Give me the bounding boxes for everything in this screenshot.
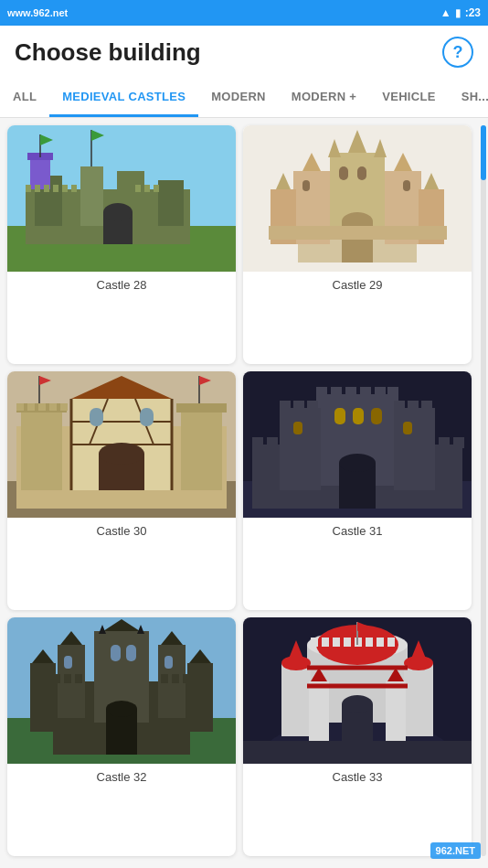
svg-rect-162 [386, 681, 406, 741]
svg-rect-119 [30, 663, 56, 732]
tab-vehicle[interactable]: VEHICLE [369, 79, 448, 117]
svg-rect-44 [403, 180, 410, 191]
svg-rect-103 [334, 408, 345, 424]
site-label: www.962.net [7, 7, 68, 18]
building-card-33[interactable]: Castle 33 [243, 617, 472, 856]
wifi-icon: ▲ [440, 6, 451, 19]
svg-rect-14 [35, 185, 40, 192]
svg-rect-63 [49, 403, 57, 411]
svg-rect-13 [26, 185, 31, 192]
svg-rect-40 [269, 226, 447, 240]
scrollbar-track[interactable] [481, 125, 486, 856]
tab-all[interactable]: ALL [0, 79, 49, 117]
svg-rect-94 [387, 387, 398, 398]
card-image-33 [243, 617, 472, 764]
svg-rect-127 [111, 645, 121, 661]
svg-rect-105 [371, 408, 382, 424]
card-image-32 [7, 617, 236, 764]
svg-rect-58 [21, 408, 62, 490]
svg-rect-91 [345, 387, 356, 398]
svg-rect-121 [187, 663, 213, 732]
svg-rect-97 [293, 401, 304, 410]
svg-rect-151 [366, 638, 373, 647]
svg-rect-4 [80, 166, 103, 226]
building-card-30[interactable]: Castle 30 [7, 371, 236, 610]
svg-rect-147 [322, 638, 329, 647]
building-card-29[interactable]: Castle 29 [243, 125, 472, 364]
svg-rect-123 [99, 634, 106, 657]
svg-rect-90 [331, 387, 342, 398]
svg-rect-20 [144, 185, 150, 192]
card-label-28: Castle 28 [7, 272, 236, 298]
tab-bar: ALL MEDIEVAL CASTLES MODERN MODERN + VEH… [0, 79, 488, 118]
svg-rect-17 [62, 185, 68, 192]
svg-rect-138 [183, 674, 190, 683]
card-label-33: Castle 33 [243, 764, 472, 790]
building-card-28[interactable]: Castle 28 [7, 125, 236, 364]
building-card-31[interactable]: Castle 31 [243, 371, 472, 610]
svg-rect-15 [44, 185, 49, 192]
svg-rect-18 [71, 185, 77, 192]
svg-rect-106 [293, 422, 302, 434]
svg-rect-96 [280, 401, 291, 410]
svg-rect-61 [27, 403, 35, 411]
svg-rect-65 [181, 408, 222, 490]
tab-medieval-castles[interactable]: MEDIEVAL CASTLES [49, 79, 198, 117]
watermark: 962.NET [430, 842, 481, 859]
header: Choose building ? [0, 26, 488, 79]
svg-rect-107 [403, 422, 412, 434]
svg-rect-152 [377, 638, 384, 647]
card-label-31: Castle 31 [243, 518, 472, 544]
building-grid: Castle 28 [0, 118, 479, 863]
status-time: :23 [465, 6, 481, 19]
building-card-32[interactable]: Castle 32 [7, 617, 236, 856]
status-bar: www.962.net ▲ ▮ :23 [0, 0, 488, 26]
svg-rect-98 [307, 401, 318, 410]
svg-rect-67 [90, 408, 103, 426]
scrollbar-thumb[interactable] [481, 125, 486, 180]
tab-modern-plus[interactable]: MODERN + [279, 79, 369, 117]
content-area: Castle 28 [0, 118, 488, 863]
page-title: Choose building [15, 38, 201, 67]
svg-rect-135 [75, 674, 82, 683]
svg-rect-21 [154, 185, 159, 192]
svg-rect-130 [164, 656, 173, 669]
card-image-30 [7, 371, 236, 518]
svg-rect-157 [404, 663, 433, 736]
tab-ships[interactable]: SH... [449, 79, 488, 117]
tab-modern[interactable]: MODERN [198, 79, 279, 117]
svg-rect-101 [408, 401, 419, 410]
svg-rect-137 [172, 674, 179, 683]
svg-rect-104 [353, 408, 364, 424]
svg-rect-128 [126, 645, 136, 661]
svg-point-23 [103, 203, 133, 221]
svg-rect-68 [140, 408, 154, 426]
card-label-32: Castle 32 [7, 764, 236, 790]
svg-rect-154 [281, 663, 311, 736]
svg-rect-160 [309, 681, 329, 741]
svg-rect-42 [357, 166, 366, 180]
svg-rect-77 [267, 437, 278, 448]
svg-rect-102 [421, 401, 432, 410]
svg-rect-125 [137, 634, 144, 657]
card-image-29 [243, 125, 472, 272]
svg-rect-60 [16, 403, 24, 411]
svg-rect-133 [53, 674, 60, 683]
svg-rect-92 [360, 387, 371, 398]
svg-rect-43 [302, 180, 310, 191]
svg-rect-136 [161, 674, 168, 683]
svg-rect-66 [176, 403, 227, 413]
battery-icon: ▮ [455, 6, 461, 19]
svg-rect-86 [439, 437, 450, 448]
svg-rect-95 [280, 408, 321, 490]
svg-point-109 [339, 454, 376, 472]
svg-rect-76 [252, 437, 263, 448]
svg-rect-148 [333, 638, 340, 647]
svg-rect-16 [53, 185, 58, 192]
svg-rect-100 [394, 401, 405, 410]
svg-rect-129 [64, 656, 72, 669]
svg-rect-134 [64, 674, 71, 683]
help-button[interactable]: ? [442, 37, 473, 68]
svg-rect-89 [316, 387, 327, 398]
card-image-28 [7, 125, 236, 272]
